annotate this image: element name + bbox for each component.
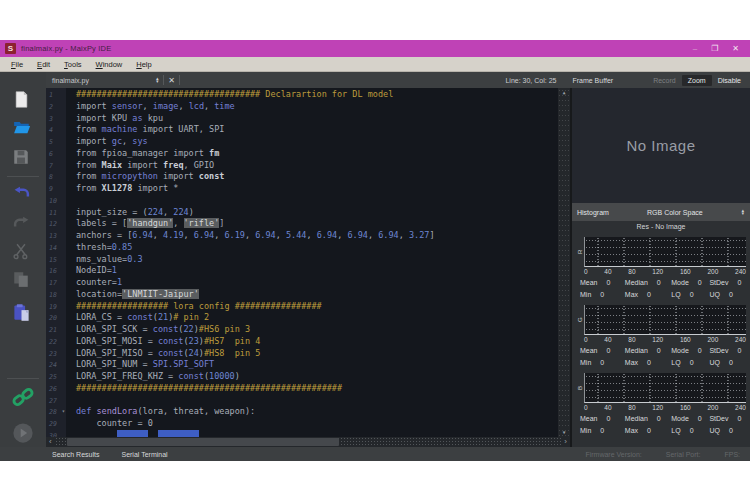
code-line-25[interactable]: 25LORA_SPI_FREQ_KHZ = const(10000) bbox=[46, 371, 558, 383]
tab-spinner-icon[interactable]: ▲▼ bbox=[155, 77, 159, 83]
frame-buffer-buttons: RecordZoomDisable bbox=[647, 75, 750, 86]
code-line-23[interactable]: 23LORA_SPI_MISO = const(24)#HS8 pin 5 bbox=[46, 348, 558, 360]
scroll-down-icon[interactable]: ▼ bbox=[563, 430, 566, 435]
code-line-7[interactable]: 7from Maix import freq, GPIO bbox=[46, 160, 558, 172]
scroll-left-icon[interactable]: ‹ bbox=[46, 438, 55, 446]
paste-button[interactable] bbox=[12, 303, 34, 325]
code-editor[interactable]: 1#################################### De… bbox=[46, 88, 570, 437]
code-line-29[interactable]: 29 counter = 0 bbox=[46, 418, 558, 430]
line-number: 28▾ bbox=[46, 406, 66, 418]
code-line-30[interactable]: 30 bbox=[46, 430, 558, 437]
code-line-26[interactable]: 26######################################… bbox=[46, 383, 558, 395]
code-line-14[interactable]: 14thresh=0.85 bbox=[46, 242, 558, 254]
zoom-button[interactable]: Zoom bbox=[682, 75, 712, 86]
menu-item-help[interactable]: Help bbox=[129, 60, 158, 69]
disable-button[interactable]: Disable bbox=[712, 75, 747, 86]
bottom-tab-search-results[interactable]: Search Results bbox=[52, 451, 99, 458]
code-line-16[interactable]: 16NodeID=1 bbox=[46, 265, 558, 277]
code-text: from fpioa_manager import fm bbox=[66, 148, 219, 160]
save-file-button[interactable] bbox=[12, 148, 34, 170]
stat-mean: Mean0 bbox=[580, 347, 625, 354]
stat-lq: LQ0 bbox=[671, 427, 709, 434]
code-text bbox=[66, 395, 76, 407]
code-text: thresh=0.85 bbox=[66, 242, 132, 254]
line-number: 5 bbox=[46, 136, 66, 148]
stats-row: Min0Max0LQ0UQ0 bbox=[576, 424, 746, 436]
code-line-27[interactable]: 27 bbox=[46, 395, 558, 407]
stat-median: Median0 bbox=[625, 415, 671, 422]
redo-button[interactable] bbox=[12, 214, 34, 236]
code-text: input_size = (224, 224) bbox=[66, 207, 194, 219]
code-line-19[interactable]: 19################## lora config #######… bbox=[46, 301, 558, 313]
line-number: 29 bbox=[46, 418, 66, 430]
stat-stdev: StDev0 bbox=[709, 415, 746, 422]
code-line-12[interactable]: 12labels = ['handgun', 'rifle'] bbox=[46, 218, 558, 230]
code-line-17[interactable]: 17counter=1 bbox=[46, 277, 558, 289]
code-line-28[interactable]: 28▾def sendLora(lora, threat, weapon): bbox=[46, 406, 558, 418]
code-line-10[interactable]: 10 bbox=[46, 195, 558, 207]
code-line-11[interactable]: 11input_size = (224, 224) bbox=[46, 207, 558, 219]
undo-icon bbox=[12, 184, 31, 201]
code-line-5[interactable]: 5import gc, sys bbox=[46, 136, 558, 148]
code-line-1[interactable]: 1#################################### De… bbox=[46, 89, 558, 101]
horizontal-scrollbar[interactable]: ‹ › bbox=[46, 437, 570, 447]
x-axis-ticks: 04080120160200240 bbox=[584, 403, 746, 412]
tab-bar: finalmaix.py ▲▼ ✕ Line: 30, Col: 25 Fram… bbox=[46, 72, 750, 88]
code-line-6[interactable]: 6from fpioa_manager import fm bbox=[46, 148, 558, 160]
record-button[interactable]: Record bbox=[647, 75, 682, 86]
stat-stdev: StDev0 bbox=[709, 347, 746, 354]
code-line-24[interactable]: 24LORA_SPI_NUM = SPI.SPI_SOFT bbox=[46, 359, 558, 371]
copy-icon bbox=[12, 270, 30, 288]
tab-close-icon[interactable]: ✕ bbox=[168, 76, 175, 85]
vertical-scrollbar[interactable]: ▲ ▼ bbox=[558, 88, 570, 437]
code-line-9[interactable]: 9from XL1278 import * bbox=[46, 183, 558, 195]
code-line-21[interactable]: 21LORA_SPI_SCK = const(22)#HS6 pin 3 bbox=[46, 324, 558, 336]
undo-button[interactable] bbox=[12, 184, 34, 206]
stats-row: Mean0Median0Mode0StDev0 bbox=[576, 344, 746, 356]
run-button[interactable] bbox=[12, 422, 34, 444]
scrollbar-thumb[interactable] bbox=[67, 438, 339, 446]
menu-item-window[interactable]: Window bbox=[89, 60, 130, 69]
open-file-button[interactable] bbox=[12, 118, 34, 140]
line-number: 30 bbox=[46, 430, 66, 437]
colorspace-spinner-icon[interactable]: ▲▼ bbox=[741, 209, 745, 215]
tab-finalmaix[interactable]: finalmaix.py ▲▼ ✕ bbox=[46, 72, 186, 88]
scroll-up-icon[interactable]: ▲ bbox=[563, 90, 566, 95]
main-area: finalmaix.py ▲▼ ✕ Line: 30, Col: 25 Fram… bbox=[0, 72, 750, 447]
fold-marker-icon[interactable]: ▾ bbox=[62, 408, 65, 414]
code-line-3[interactable]: 3import KPU as kpu bbox=[46, 113, 558, 125]
cut-button[interactable] bbox=[12, 242, 34, 264]
line-number: 13 bbox=[46, 230, 66, 242]
code-text: LORA_SPI_MISO = const(24)#HS8 pin 5 bbox=[66, 348, 260, 360]
title-bar[interactable]: S finalmaix.py - MaixPy IDE – ❐ ✕ bbox=[0, 40, 750, 57]
code-line-4[interactable]: 4from machine import UART, SPI bbox=[46, 124, 558, 136]
restore-icon[interactable]: ❐ bbox=[711, 44, 718, 54]
minimize-icon[interactable]: – bbox=[693, 44, 697, 54]
code-text: LORA_SPI_NUM = SPI.SPI_SOFT bbox=[66, 359, 214, 371]
code-text: LORA_CS = const(21)# pin 2 bbox=[66, 312, 209, 324]
copy-button[interactable] bbox=[12, 270, 34, 292]
scroll-right-icon[interactable]: › bbox=[561, 438, 570, 446]
code-line-22[interactable]: 22LORA_SPI_MOSI = const(23)#HS7 pin 4 bbox=[46, 336, 558, 348]
bottom-tab-serial-terminal[interactable]: Serial Terminal bbox=[121, 451, 167, 458]
scrollbar-track[interactable] bbox=[55, 437, 562, 447]
connect-button[interactable] bbox=[12, 386, 34, 408]
colorspace-dropdown[interactable]: RGB Color Space bbox=[609, 209, 741, 216]
new-file-button[interactable] bbox=[12, 90, 34, 112]
code-line-18[interactable]: 18location='LNMIIT-Jaipur' bbox=[46, 289, 558, 301]
stat-uq: UQ0 bbox=[709, 359, 746, 366]
code-line-15[interactable]: 15nms_value=0.3 bbox=[46, 254, 558, 266]
no-image-text: No Image bbox=[626, 137, 695, 154]
code-line-8[interactable]: 8from micropython import const bbox=[46, 171, 558, 183]
menu-item-edit[interactable]: Edit bbox=[30, 60, 57, 69]
open-folder-icon bbox=[12, 118, 32, 136]
close-icon[interactable]: ✕ bbox=[732, 44, 739, 54]
histogram-channels: R04080120160200240Mean0Median0Mode0StDev… bbox=[572, 237, 750, 436]
code-line-13[interactable]: 13anchors = [6.94, 4.19, 6.94, 6.19, 6.9… bbox=[46, 230, 558, 242]
right-panel: No Image Histogram RGB Color Space ▲▼ Re… bbox=[570, 88, 750, 447]
code-line-20[interactable]: 20LORA_CS = const(21)# pin 2 bbox=[46, 312, 558, 324]
menu-item-file[interactable]: File bbox=[4, 60, 30, 69]
code-line-2[interactable]: 2import sensor, image, lcd, time bbox=[46, 101, 558, 113]
line-number: 15 bbox=[46, 254, 66, 266]
menu-item-tools[interactable]: Tools bbox=[57, 60, 89, 69]
